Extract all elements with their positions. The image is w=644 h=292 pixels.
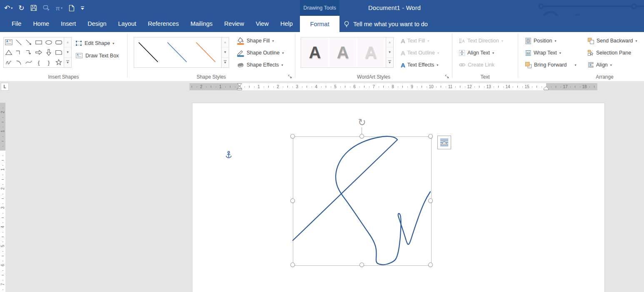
customize-qat-button[interactable] [80, 6, 85, 10]
shape-rounded-rectangle-icon[interactable] [54, 37, 64, 47]
tab-help[interactable]: Help [275, 16, 299, 32]
style-scroll-down-button[interactable]: ▼ [222, 47, 229, 57]
touch-mouse-mode-button[interactable] [43, 5, 50, 11]
equation-button[interactable]: π▾ [56, 5, 62, 11]
wordart-scroll-up-button[interactable]: ▲ [386, 37, 393, 47]
tab-design[interactable]: Design [82, 16, 112, 32]
position-button[interactable]: Position▾ [523, 35, 558, 46]
tab-file[interactable]: File [6, 16, 27, 32]
hanging-indent-marker[interactable] [237, 87, 242, 90]
shape-arrow-icon[interactable] [24, 37, 34, 47]
selection-handle-1[interactable] [290, 134, 295, 139]
gallery-scroll-up-button[interactable]: ▲ [64, 37, 71, 47]
undo-dropdown-caret[interactable]: ▾ [11, 6, 12, 10]
wordart-style-preset-3[interactable]: A [357, 38, 384, 67]
redo-button[interactable]: ↻ [18, 5, 24, 12]
tab-review[interactable]: Review [218, 16, 250, 32]
shape-rectangle-icon[interactable] [34, 37, 44, 47]
drawing-canvas[interactable] [192, 103, 604, 292]
text-fill-button[interactable]: A Text Fill▾ [399, 35, 431, 46]
shape-style-preset-2[interactable] [163, 38, 191, 67]
gallery-scroll-down-button[interactable]: ▼ [64, 47, 71, 57]
wordart-style-preset-1[interactable]: A [302, 38, 328, 67]
selection-handle-4[interactable] [290, 198, 295, 203]
align-button[interactable]: Align▾ [586, 59, 614, 70]
bring-forward-dropdown-caret[interactable]: ▾ [575, 63, 577, 67]
shape-arc-icon[interactable] [14, 57, 24, 67]
shape-effects-icon [237, 61, 245, 69]
shape-scribble-icon[interactable] [4, 57, 14, 67]
shape-star-icon[interactable] [54, 57, 64, 67]
shape-style-preset-3[interactable] [192, 38, 220, 67]
shape-elbow-connector-icon[interactable] [14, 47, 24, 57]
align-text-button[interactable]: Align Text▾ [457, 47, 496, 58]
right-indent-marker[interactable] [543, 87, 549, 90]
shape-arrow-right-icon[interactable] [34, 47, 44, 57]
shape-outline-button[interactable]: Shape Outline▾ [235, 47, 285, 58]
align-text-icon [459, 49, 465, 56]
save-button[interactable] [30, 5, 37, 11]
page[interactable]: ↻ [192, 103, 605, 292]
tell-me-box[interactable]: Tell me what you want to do [343, 16, 428, 32]
create-link-button[interactable]: Create Link [457, 59, 496, 70]
equation-dropdown-caret[interactable]: ▾ [61, 6, 62, 10]
first-line-indent-marker[interactable] [237, 83, 242, 87]
text-outline-button[interactable]: A Text Outline▾ [399, 47, 441, 58]
selection-handle-8[interactable] [428, 262, 433, 267]
tab-layout[interactable]: Layout [112, 16, 142, 32]
shape-effects-button[interactable]: Shape Effects▾ [235, 59, 285, 70]
send-backward-dropdown-caret[interactable]: ▾ [636, 39, 637, 43]
wrap-text-button[interactable]: Wrap Text▾ [523, 47, 563, 58]
draw-text-box-button[interactable]: Draw Text Box [73, 50, 120, 61]
new-document-button[interactable] [68, 5, 75, 12]
style-scroll-up-button[interactable]: ▲ [222, 37, 229, 47]
svg-text:{: { [38, 59, 40, 66]
tab-mailings[interactable]: Mailings [185, 16, 218, 32]
shape-oval-icon[interactable] [44, 37, 54, 47]
shape-elbow-arrow-connector-icon[interactable] [24, 47, 34, 57]
tab-home[interactable]: Home [27, 16, 55, 32]
undo-button[interactable]: ↶▾ [4, 5, 12, 12]
text-outline-icon: A [401, 50, 405, 56]
shape-fill-button[interactable]: Shape Fill▾ [235, 35, 276, 46]
shape-outline-icon [237, 49, 245, 57]
rotate-handle[interactable]: ↻ [357, 117, 367, 128]
wordart-gallery: AAA [301, 37, 386, 67]
shape-left-brace-icon[interactable]: { [34, 57, 44, 67]
shape-text-box-icon[interactable] [4, 37, 14, 47]
tab-format[interactable]: Format [300, 16, 339, 32]
wordart-more-button[interactable]: ▼ [386, 58, 393, 67]
bring-forward-button[interactable]: Bring Forward▾ [523, 59, 578, 70]
shape-arrow-down-icon[interactable] [44, 47, 54, 57]
send-backward-button[interactable]: Send Backward▾ [586, 35, 639, 46]
edit-shape-button[interactable]: Edit Shape▾ [73, 38, 116, 49]
selection-pane-button[interactable]: Selection Pane [586, 47, 633, 58]
tab-view[interactable]: View [250, 16, 275, 32]
shape-right-brace-icon[interactable]: } [44, 57, 54, 67]
document-area: ↻ [0, 81, 644, 292]
text-effects-button[interactable]: A Text Effects▾ [399, 59, 440, 70]
gallery-more-button[interactable]: ▼ [64, 58, 71, 67]
wordart-style-preset-2[interactable]: A [329, 38, 356, 67]
style-more-button[interactable]: ▼ [222, 58, 229, 67]
wordart-scroll-down-button[interactable]: ▼ [386, 47, 393, 57]
position-icon [525, 37, 532, 45]
horizontal-ruler[interactable]: 211234567891011121314151718 [190, 83, 597, 90]
shape-line-icon[interactable] [14, 37, 24, 47]
selection-handle-3[interactable] [428, 134, 433, 139]
shape-curve-icon[interactable] [24, 57, 34, 67]
tab-insert[interactable]: Insert [55, 16, 82, 32]
selection-handle-5[interactable] [428, 198, 433, 203]
layout-options-button[interactable] [437, 136, 451, 149]
tab-stop-selector[interactable]: L [1, 83, 9, 91]
shape-style-preset-1[interactable] [135, 38, 162, 67]
shape-corner-rectangle-icon[interactable] [54, 47, 64, 57]
selection-handle-2[interactable] [359, 134, 364, 139]
selection-handle-7[interactable] [359, 262, 364, 267]
shape-triangle-icon[interactable] [4, 47, 14, 57]
tab-references[interactable]: References [142, 16, 185, 32]
vertical-ruler[interactable]: 211234567 [0, 103, 5, 292]
selection-handle-6[interactable] [290, 262, 295, 267]
wordart-scrollbar: ▲ ▼ ▼ [386, 37, 393, 67]
text-direction-button[interactable]: Text Direction▾ [457, 35, 505, 46]
